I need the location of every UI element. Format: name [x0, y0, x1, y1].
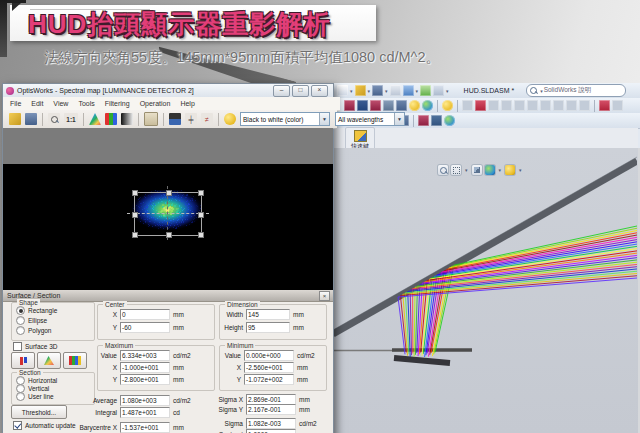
handle-ne[interactable] — [198, 190, 204, 196]
save-icon[interactable] — [372, 85, 383, 96]
handle-n[interactable] — [166, 190, 172, 196]
handle-e[interactable] — [198, 212, 204, 218]
source-icon[interactable] — [418, 115, 429, 126]
handle-w[interactable] — [132, 212, 138, 218]
two-tone-map-icon[interactable] — [169, 113, 181, 125]
chevron-down-icon: ▾ — [446, 88, 449, 94]
reference-geometry-icon[interactable] — [553, 100, 564, 111]
menu-file[interactable]: File — [10, 100, 21, 107]
threshold-button[interactable]: Threshold... — [11, 405, 67, 419]
maximum-value-row: Value 6.334e+003 cd/m2 — [99, 350, 191, 361]
sensor-icon[interactable] — [431, 115, 442, 126]
unit-label: mm — [293, 311, 304, 318]
save-icon[interactable] — [25, 113, 37, 125]
panel-close-button[interactable]: × — [319, 291, 330, 301]
height-input[interactable]: 95 — [246, 322, 290, 333]
insert-component-icon[interactable] — [462, 100, 473, 111]
document-name: HUD.SLDASM * — [464, 87, 515, 94]
center-y-input[interactable]: -60 — [120, 322, 170, 333]
unit-label: mm — [299, 396, 310, 403]
render-icon[interactable] — [444, 115, 455, 126]
wavelengths-dropdown[interactable]: All wavelengths ▼ — [335, 112, 405, 126]
palette-value: Black to white (color) — [243, 116, 303, 123]
zoom-1to1-icon[interactable]: 1:1 — [64, 113, 78, 125]
palette-dropdown[interactable]: Black to white (color) ▼ — [240, 112, 330, 126]
field-label: X — [221, 364, 241, 371]
center-x-input[interactable]: 0 — [120, 309, 170, 320]
panel-header[interactable]: Surface / Section × — [3, 290, 333, 302]
open-icon[interactable] — [9, 113, 21, 125]
shape-group-label: Shape — [17, 299, 40, 306]
search-input[interactable]: ▾ SolidWorks 說明 — [526, 84, 626, 97]
histogram-button[interactable] — [11, 352, 35, 369]
luminance-map[interactable] — [3, 128, 333, 291]
interference-icon[interactable] — [612, 100, 623, 111]
radio-ellipse[interactable]: Ellipse — [16, 316, 47, 325]
color-grid-button[interactable] — [63, 352, 87, 369]
color-space-button[interactable] — [37, 352, 61, 369]
section-group-label: Section — [17, 369, 43, 376]
width-input[interactable]: 145 — [246, 309, 290, 320]
smart-fastener-icon[interactable] — [501, 100, 512, 111]
clipboard-icon[interactable] — [144, 112, 158, 126]
minimize-button[interactable]: – — [273, 85, 290, 97]
menu-edit[interactable]: Edit — [31, 100, 43, 107]
unit-label: mm — [293, 324, 304, 331]
move-component-icon[interactable] — [514, 100, 525, 111]
unit-label: cd/m2 — [173, 352, 191, 359]
rgb-bars-icon[interactable] — [105, 113, 117, 125]
appearance-icon[interactable] — [370, 100, 381, 111]
lightbulb-icon[interactable] — [409, 100, 420, 111]
shaded-view-icon[interactable] — [422, 100, 433, 111]
view-orientation-icon[interactable] — [344, 100, 355, 111]
radio-rectangle[interactable]: Rectangle — [16, 306, 57, 315]
bill-of-materials-icon[interactable] — [566, 100, 577, 111]
field-label: Sigma Y — [199, 406, 243, 413]
selection-rectangle[interactable] — [134, 192, 202, 236]
mate-error-icon[interactable] — [599, 100, 610, 111]
menu-filtering[interactable]: Filtering — [105, 100, 130, 107]
menu-operation[interactable]: Operation — [140, 100, 171, 107]
field-label: X — [99, 311, 117, 318]
handle-s[interactable] — [166, 232, 172, 238]
help-lamp-icon[interactable] — [442, 100, 453, 111]
color-triangle-icon[interactable] — [89, 113, 101, 125]
field-label: Y — [99, 324, 117, 331]
undo-icon[interactable] — [403, 85, 414, 96]
restore-button[interactable]: □ — [292, 85, 309, 97]
handle-se[interactable] — [198, 232, 204, 238]
unit-label: cd/m2 — [173, 397, 191, 404]
menu-tools[interactable]: Tools — [78, 100, 94, 107]
levels-slider-icon[interactable]: ╪ — [185, 113, 197, 125]
print-icon[interactable] — [390, 85, 401, 96]
display-style-icon[interactable] — [396, 100, 407, 111]
show-hidden-icon[interactable] — [527, 100, 538, 111]
radio-polygon[interactable]: Polygon — [16, 326, 52, 335]
options-icon[interactable] — [433, 85, 444, 96]
handle-nw[interactable] — [132, 190, 138, 196]
integral-value: 1.487e+001 — [120, 407, 170, 418]
surface3d-checkbox[interactable]: Surface 3D — [13, 342, 58, 351]
mate-icon[interactable] — [475, 100, 486, 111]
section-view-icon[interactable] — [383, 100, 394, 111]
assembly-features-icon[interactable] — [540, 100, 551, 111]
rebuild-icon[interactable] — [420, 85, 431, 96]
lamp-icon[interactable] — [224, 113, 236, 125]
measure-icon[interactable]: ≠ — [201, 113, 213, 125]
close-button[interactable]: × — [311, 85, 328, 97]
open-icon[interactable] — [355, 85, 366, 96]
exploded-view-icon[interactable] — [579, 100, 590, 111]
linear-pattern-icon[interactable] — [488, 100, 499, 111]
gray-ramp-icon[interactable] — [121, 113, 133, 125]
new-document-icon[interactable] — [337, 85, 348, 96]
panel-title: Surface / Section — [7, 292, 60, 299]
unit-label: cd/m2 — [299, 420, 317, 427]
maximum-x: -1.000e+001 — [120, 362, 170, 373]
handle-sw[interactable] — [132, 232, 138, 238]
radio-userline[interactable]: User line — [16, 392, 54, 401]
optisworks-titlebar[interactable]: OptisWorks - Spectral map [LUMINANCE DET… — [3, 84, 333, 98]
menu-help[interactable]: Help — [180, 100, 194, 107]
zoom-icon[interactable] — [48, 113, 60, 125]
menu-view[interactable]: View — [53, 100, 68, 107]
hide-show-icon[interactable] — [357, 100, 368, 111]
